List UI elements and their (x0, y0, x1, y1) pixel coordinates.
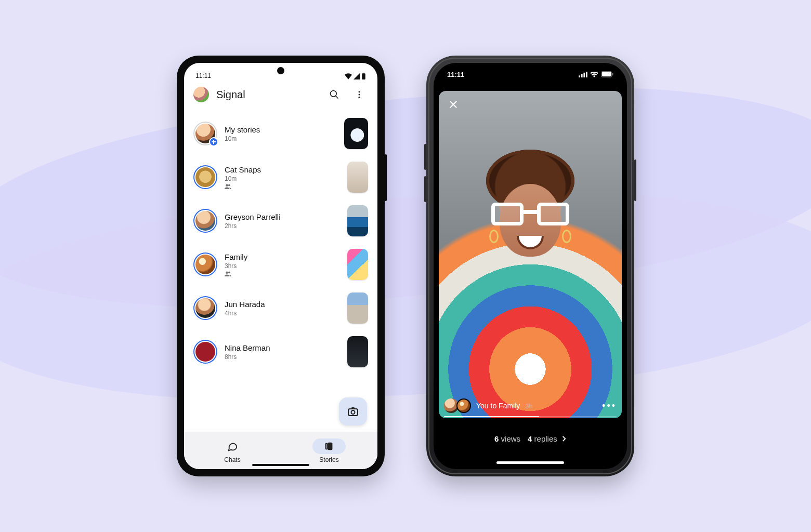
row-time: 3hrs (225, 262, 340, 270)
svg-point-6 (359, 97, 360, 98)
add-story-badge[interactable] (209, 137, 218, 147)
story-thumbnail[interactable] (344, 118, 368, 149)
svg-rect-17 (612, 73, 613, 76)
story-row[interactable]: Family3hrs (184, 243, 377, 286)
android-power-button (385, 154, 387, 201)
row-time: 8hrs (225, 353, 340, 361)
wifi-icon (590, 72, 598, 77)
signal-icon (354, 73, 360, 79)
svg-point-2 (331, 91, 337, 97)
camera-fab[interactable] (339, 397, 367, 425)
iphone-volume-up (424, 144, 426, 170)
android-gesture-bar (252, 464, 309, 466)
close-icon (449, 100, 458, 109)
story-footer: You to Family 3h ••• (444, 398, 617, 413)
status-time: 11:11 (195, 72, 211, 79)
row-time: 4hrs (225, 310, 340, 317)
story-row[interactable]: Greyson Parrelli2hrs (184, 199, 377, 243)
story-avatar[interactable] (193, 209, 217, 233)
android-phone-frame: 11:11 Signal (177, 56, 385, 476)
recipient-avatar[interactable] (456, 398, 471, 413)
iphone-power-button (634, 159, 636, 201)
story-more-button[interactable]: ••• (602, 401, 617, 411)
iphone-screen: 11:11 (434, 63, 627, 469)
camera-icon (347, 405, 359, 418)
row-time: 10m (225, 175, 340, 182)
my-stories-row[interactable]: My stories 10m (184, 112, 377, 155)
views-count: 6 (494, 434, 499, 443)
svg-rect-7 (348, 409, 358, 416)
android-front-camera (277, 67, 284, 74)
cell-signal-icon (579, 72, 587, 77)
tab-label: Stories (319, 456, 338, 463)
search-button[interactable] (325, 86, 343, 103)
chevron-right-icon (561, 436, 566, 442)
story-avatar[interactable] (193, 296, 217, 320)
tab-label: Chats (224, 456, 240, 463)
group-icon (225, 271, 232, 277)
replies-count: 4 (528, 434, 532, 443)
story-thumbnail[interactable] (347, 162, 368, 193)
stories-icon (323, 441, 335, 452)
story-thumbnail[interactable] (347, 336, 368, 367)
svg-point-5 (359, 94, 360, 96)
replies-metric: 4 replies (528, 434, 566, 443)
android-screen: 11:11 Signal (184, 63, 377, 469)
story-progress[interactable] (444, 416, 617, 417)
story-thumbnail[interactable] (347, 249, 368, 280)
device-showcase: 11:11 Signal (0, 0, 811, 532)
row-meta: Nina Berman8hrs (225, 343, 340, 361)
row-title: Family (225, 252, 340, 261)
my-stories-avatar[interactable] (193, 122, 217, 145)
views-label: views (501, 434, 521, 443)
story-row[interactable]: Cat Snaps10m (184, 155, 377, 199)
row-title: Nina Berman (225, 343, 340, 352)
story-avatar[interactable] (193, 252, 217, 276)
row-meta: Jun Harada4hrs (225, 300, 340, 317)
row-time: 10m (225, 135, 337, 142)
more-button[interactable] (350, 86, 368, 103)
battery-icon (361, 73, 366, 79)
svg-rect-13 (583, 72, 585, 77)
more-vert-icon (355, 90, 364, 99)
story-avatar[interactable] (193, 340, 217, 364)
story-thumbnail[interactable] (347, 205, 368, 236)
profile-avatar[interactable] (193, 87, 209, 102)
story-thumbnail[interactable] (347, 292, 368, 324)
row-title: Jun Harada (225, 300, 340, 309)
svg-rect-0 (363, 73, 364, 73)
app-title: Signal (216, 89, 318, 101)
avatar-image (195, 298, 215, 318)
home-indicator[interactable] (496, 461, 564, 464)
ios-status-bar: 11:11 (434, 63, 627, 86)
plus-icon (211, 139, 216, 144)
svg-point-8 (351, 410, 355, 414)
row-meta: Family3hrs (225, 252, 340, 277)
story-caption: You to Family 3h (476, 402, 533, 410)
svg-line-3 (336, 96, 338, 99)
wifi-icon (345, 73, 352, 79)
app-bar: Signal (184, 81, 377, 109)
story-photo-subject (486, 163, 574, 267)
story-row[interactable]: Jun Harada4hrs (184, 286, 377, 330)
story-avatar[interactable] (193, 165, 217, 189)
story-content[interactable] (439, 91, 622, 418)
status-time: 11:11 (447, 71, 464, 78)
story-row[interactable]: Nina Berman8hrs (184, 330, 377, 374)
search-icon (329, 89, 339, 100)
status-icons (579, 71, 613, 77)
views-metric: 6 views (494, 434, 520, 443)
row-meta: Greyson Parrelli2hrs (225, 212, 340, 230)
group-indicator (225, 183, 340, 190)
group-icon (225, 183, 232, 190)
svg-rect-16 (602, 72, 611, 76)
avatar-image (195, 211, 215, 231)
close-story-button[interactable] (445, 96, 462, 113)
svg-rect-9 (328, 442, 332, 450)
story-metrics[interactable]: 6 views 4 replies (434, 434, 627, 443)
row-meta: My stories 10m (225, 125, 337, 142)
avatar-image (195, 342, 215, 362)
row-title: My stories (225, 125, 337, 134)
avatar-image (195, 167, 215, 187)
chat-icon (227, 441, 238, 452)
